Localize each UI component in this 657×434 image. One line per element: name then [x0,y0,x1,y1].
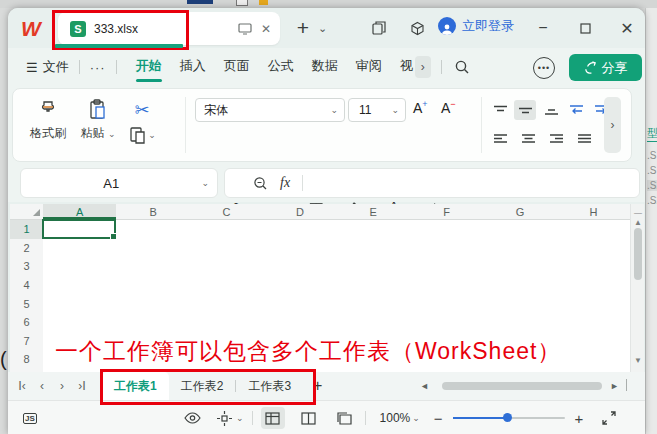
feedback-icon[interactable]: ••• [533,57,555,79]
cell[interactable] [337,294,411,314]
cell[interactable] [116,313,190,333]
cell[interactable] [263,276,337,296]
menu-tab-insert[interactable]: 插入 [171,48,215,86]
tab-list-chevron-icon[interactable]: ⌄ [318,22,327,35]
prev-sheet-icon[interactable]: ‹ [32,379,52,393]
select-all-corner[interactable] [10,204,44,220]
column-header[interactable]: F [410,204,484,220]
fx-label[interactable]: fx [280,175,290,191]
fill-handle[interactable] [110,233,117,240]
first-sheet-icon[interactable]: Ⅰ‹ [12,379,32,393]
zoom-chevron-icon[interactable]: ⌄ [412,413,420,423]
shrink-font-button[interactable]: A− [441,99,456,116]
cell[interactable] [190,276,264,296]
cell[interactable] [263,294,337,314]
sheet-tab-2[interactable]: 工作表2 [169,372,236,400]
font-name-select[interactable]: 宋体 ⌄ [195,98,345,122]
cell[interactable] [263,257,337,277]
zoom-percentage[interactable]: 100% [380,411,411,425]
align-center-button[interactable] [517,128,539,148]
zoom-out-button[interactable]: − [434,410,443,427]
cell[interactable] [337,220,411,240]
cell[interactable] [116,294,190,314]
file-menu[interactable]: ☰ 文件 [26,58,69,76]
close-tab-icon[interactable]: ✕ [261,22,271,36]
column-header[interactable]: D [263,204,337,220]
align-left-button[interactable] [489,128,511,148]
menu-tab-page[interactable]: 页面 [215,48,259,86]
cell[interactable] [337,257,411,277]
menu-tab-data[interactable]: 数据 [303,48,347,86]
formula-bar[interactable]: fx [224,168,640,198]
formula-zoom-icon[interactable] [253,176,268,191]
cell[interactable] [190,313,264,333]
cut-button[interactable]: ✂ [125,99,159,121]
cell[interactable] [410,239,484,259]
maximize-button[interactable] [574,18,596,38]
menu-tab-review[interactable]: 审阅 [347,48,391,86]
name-box[interactable]: A1 ⌄ [20,168,218,198]
hscroll-left-icon[interactable]: ◄ [420,382,429,391]
cell[interactable] [483,220,557,240]
scroll-down-icon[interactable]: ▼ [631,356,644,365]
wps-logo-icon[interactable]: W [21,17,39,41]
sheet-tab-3[interactable]: 工作表3 [236,372,303,400]
column-header[interactable]: A [43,204,117,220]
page-layout-view-button[interactable] [297,407,321,429]
visibility-eye-icon[interactable] [180,407,204,429]
horizontal-scroll-thumb[interactable] [442,382,602,390]
menu-tab-formulas[interactable]: 公式 [259,48,303,86]
menu-tab-view[interactable]: 视 [391,48,415,86]
align-middle-button[interactable] [514,100,536,120]
zoom-slider[interactable] [453,417,565,419]
scroll-up-icon[interactable]: ▲ [631,218,644,227]
cell[interactable] [116,276,190,296]
add-sheet-button[interactable]: + [313,377,322,395]
column-header[interactable]: G [483,204,557,220]
formula-input[interactable] [303,172,639,194]
macro-icon[interactable]: JS [18,407,42,429]
ribbon-more-chevron[interactable]: › [604,97,621,153]
cell[interactable] [557,332,631,352]
selection-mode-icon[interactable] [212,407,236,429]
hscroll-right-icon[interactable]: ► [610,382,619,391]
cell[interactable] [557,276,631,296]
cell[interactable] [557,350,631,370]
cell[interactable] [43,313,117,333]
justify-button[interactable] [573,128,595,148]
cell[interactable] [43,239,117,259]
format-painter-button[interactable]: 格式刷 [25,98,71,142]
cell[interactable] [410,276,484,296]
cell[interactable] [43,294,117,314]
monitor-icon[interactable] [238,23,252,35]
align-top-button[interactable] [489,100,511,120]
zoom-in-button[interactable]: + [575,410,584,427]
align-bottom-button[interactable] [540,100,562,120]
column-header[interactable]: E [337,204,411,220]
vertical-scrollbar[interactable]: — ▲ ▼ [630,204,644,372]
cell[interactable] [337,276,411,296]
copy-button[interactable]: ⌄ [125,125,159,145]
cell[interactable] [483,294,557,314]
cell[interactable] [557,239,631,259]
row-header[interactable]: 3 [10,257,44,277]
page-break-view-button[interactable] [333,407,357,429]
cell[interactable] [43,257,117,277]
cell[interactable] [116,257,190,277]
apps-cube-icon[interactable] [406,18,428,38]
last-sheet-icon[interactable]: ›Ⅰ [72,379,92,393]
column-header[interactable]: C [190,204,264,220]
cell[interactable] [190,239,264,259]
cell[interactable] [483,257,557,277]
row-header[interactable]: 8 [10,350,44,370]
paste-button[interactable]: 粘贴 ⌄ [77,98,119,142]
cell[interactable] [43,276,117,296]
menu-overflow-chevron[interactable]: › [415,56,431,78]
grow-font-button[interactable]: A+ [413,99,428,116]
window-switcher-icon[interactable] [368,18,390,38]
cell[interactable] [190,294,264,314]
row-header[interactable]: 6 [10,313,44,333]
cell[interactable] [263,239,337,259]
sheet-tab-1[interactable]: 工作表1 [102,372,169,400]
cell[interactable] [557,220,631,240]
